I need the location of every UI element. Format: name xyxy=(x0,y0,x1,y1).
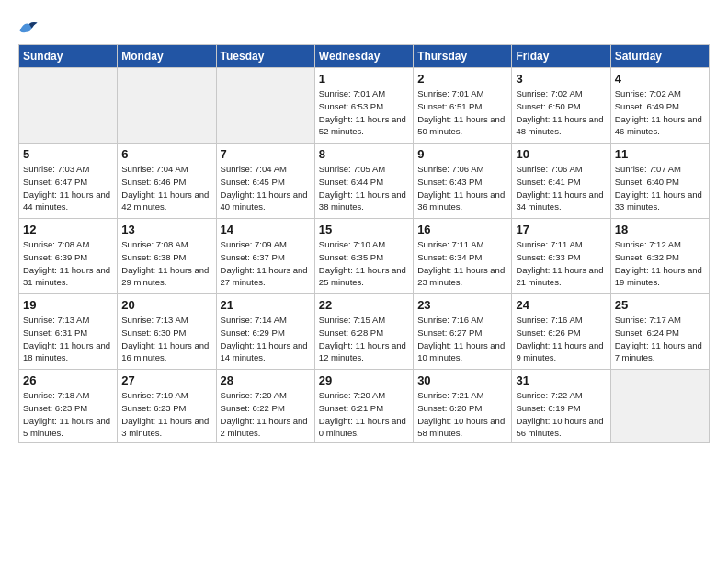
day-info: Sunrise: 7:04 AMSunset: 6:45 PMDaylight:… xyxy=(221,163,311,213)
calendar-cell: 3 Sunrise: 7:02 AMSunset: 6:50 PMDayligh… xyxy=(512,68,610,144)
day-number: 8 xyxy=(319,147,409,161)
calendar-cell: 18 Sunrise: 7:12 AMSunset: 6:32 PMDaylig… xyxy=(610,219,709,294)
calendar-cell: 27 Sunrise: 7:19 AMSunset: 6:23 PMDaylig… xyxy=(118,370,216,443)
calendar: SundayMondayTuesdayWednesdayThursdayFrid… xyxy=(18,44,710,443)
calendar-cell: 1 Sunrise: 7:01 AMSunset: 6:53 PMDayligh… xyxy=(314,68,413,144)
day-info: Sunrise: 7:14 AMSunset: 6:29 PMDaylight:… xyxy=(221,314,311,364)
day-info: Sunrise: 7:02 AMSunset: 6:50 PMDaylight:… xyxy=(516,87,606,138)
calendar-header-friday: Friday xyxy=(512,45,610,68)
calendar-cell: 26 Sunrise: 7:18 AMSunset: 6:23 PMDaylig… xyxy=(19,370,118,443)
day-number: 25 xyxy=(615,298,705,312)
day-number: 22 xyxy=(319,298,409,312)
calendar-header-sunday: Sunday xyxy=(19,45,118,68)
day-info: Sunrise: 7:11 AMSunset: 6:33 PMDaylight:… xyxy=(516,238,606,289)
calendar-cell: 20 Sunrise: 7:13 AMSunset: 6:30 PMDaylig… xyxy=(118,294,216,370)
logo-bird-icon xyxy=(18,18,39,35)
calendar-cell: 31 Sunrise: 7:22 AMSunset: 6:19 PMDaylig… xyxy=(512,370,610,443)
day-number: 16 xyxy=(417,223,507,236)
day-number: 27 xyxy=(121,373,211,387)
calendar-cell: 22 Sunrise: 7:15 AMSunset: 6:28 PMDaylig… xyxy=(314,294,413,370)
calendar-cell: 17 Sunrise: 7:11 AMSunset: 6:33 PMDaylig… xyxy=(512,219,610,294)
calendar-header-thursday: Thursday xyxy=(414,45,512,68)
calendar-cell: 24 Sunrise: 7:16 AMSunset: 6:26 PMDaylig… xyxy=(512,294,610,370)
day-info: Sunrise: 7:03 AMSunset: 6:47 PMDaylight:… xyxy=(23,163,113,213)
calendar-cell: 30 Sunrise: 7:21 AMSunset: 6:20 PMDaylig… xyxy=(414,370,512,443)
day-number: 15 xyxy=(319,223,409,236)
day-info: Sunrise: 7:01 AMSunset: 6:53 PMDaylight:… xyxy=(319,87,409,138)
day-number: 29 xyxy=(319,373,409,387)
day-number: 21 xyxy=(221,298,311,312)
day-number: 9 xyxy=(417,147,507,161)
day-info: Sunrise: 7:19 AMSunset: 6:23 PMDaylight:… xyxy=(121,389,211,440)
calendar-cell: 15 Sunrise: 7:10 AMSunset: 6:35 PMDaylig… xyxy=(314,219,413,294)
header xyxy=(18,17,710,37)
calendar-header-wednesday: Wednesday xyxy=(314,45,413,68)
day-number: 3 xyxy=(516,72,606,86)
day-info: Sunrise: 7:01 AMSunset: 6:51 PMDaylight:… xyxy=(417,87,507,138)
calendar-cell xyxy=(118,68,216,144)
calendar-cell: 7 Sunrise: 7:04 AMSunset: 6:45 PMDayligh… xyxy=(216,144,314,219)
calendar-week-0: 1 Sunrise: 7:01 AMSunset: 6:53 PMDayligh… xyxy=(19,68,710,144)
day-info: Sunrise: 7:17 AMSunset: 6:24 PMDaylight:… xyxy=(615,314,705,364)
day-number: 4 xyxy=(615,72,705,86)
day-info: Sunrise: 7:13 AMSunset: 6:30 PMDaylight:… xyxy=(121,314,211,364)
day-number: 5 xyxy=(23,147,113,161)
day-info: Sunrise: 7:20 AMSunset: 6:21 PMDaylight:… xyxy=(319,389,409,440)
day-info: Sunrise: 7:13 AMSunset: 6:31 PMDaylight:… xyxy=(23,314,113,364)
day-number: 28 xyxy=(221,373,311,387)
calendar-cell: 8 Sunrise: 7:05 AMSunset: 6:44 PMDayligh… xyxy=(314,144,413,219)
day-info: Sunrise: 7:16 AMSunset: 6:26 PMDaylight:… xyxy=(516,314,606,364)
calendar-cell: 2 Sunrise: 7:01 AMSunset: 6:51 PMDayligh… xyxy=(414,68,512,144)
day-number: 24 xyxy=(516,298,606,312)
day-info: Sunrise: 7:08 AMSunset: 6:39 PMDaylight:… xyxy=(23,238,113,289)
day-info: Sunrise: 7:12 AMSunset: 6:32 PMDaylight:… xyxy=(615,238,705,289)
day-number: 14 xyxy=(221,223,311,236)
day-info: Sunrise: 7:15 AMSunset: 6:28 PMDaylight:… xyxy=(319,314,409,364)
calendar-cell: 4 Sunrise: 7:02 AMSunset: 6:49 PMDayligh… xyxy=(610,68,709,144)
day-number: 26 xyxy=(23,373,113,387)
day-info: Sunrise: 7:02 AMSunset: 6:49 PMDaylight:… xyxy=(615,87,705,138)
day-number: 7 xyxy=(221,147,311,161)
day-number: 17 xyxy=(516,223,606,236)
calendar-cell: 28 Sunrise: 7:20 AMSunset: 6:22 PMDaylig… xyxy=(216,370,314,443)
calendar-cell: 6 Sunrise: 7:04 AMSunset: 6:46 PMDayligh… xyxy=(118,144,216,219)
day-number: 30 xyxy=(417,373,507,387)
day-info: Sunrise: 7:21 AMSunset: 6:20 PMDaylight:… xyxy=(417,389,507,440)
day-number: 11 xyxy=(615,147,705,161)
calendar-cell xyxy=(610,370,709,443)
calendar-header-tuesday: Tuesday xyxy=(216,45,314,68)
calendar-week-2: 12 Sunrise: 7:08 AMSunset: 6:39 PMDaylig… xyxy=(19,219,710,294)
day-info: Sunrise: 7:05 AMSunset: 6:44 PMDaylight:… xyxy=(319,163,409,213)
day-info: Sunrise: 7:18 AMSunset: 6:23 PMDaylight:… xyxy=(23,389,113,440)
calendar-week-3: 19 Sunrise: 7:13 AMSunset: 6:31 PMDaylig… xyxy=(19,294,710,370)
calendar-cell: 9 Sunrise: 7:06 AMSunset: 6:43 PMDayligh… xyxy=(414,144,512,219)
day-info: Sunrise: 7:06 AMSunset: 6:43 PMDaylight:… xyxy=(417,163,507,213)
day-info: Sunrise: 7:22 AMSunset: 6:19 PMDaylight:… xyxy=(516,389,606,440)
day-info: Sunrise: 7:06 AMSunset: 6:41 PMDaylight:… xyxy=(516,163,606,213)
calendar-cell: 11 Sunrise: 7:07 AMSunset: 6:40 PMDaylig… xyxy=(610,144,709,219)
calendar-cell: 19 Sunrise: 7:13 AMSunset: 6:31 PMDaylig… xyxy=(19,294,118,370)
day-number: 31 xyxy=(516,373,606,387)
day-number: 12 xyxy=(23,223,113,236)
day-number: 2 xyxy=(417,72,507,86)
day-number: 23 xyxy=(417,298,507,312)
calendar-cell: 29 Sunrise: 7:20 AMSunset: 6:21 PMDaylig… xyxy=(314,370,413,443)
day-number: 19 xyxy=(23,298,113,312)
day-info: Sunrise: 7:08 AMSunset: 6:38 PMDaylight:… xyxy=(121,238,211,289)
calendar-cell: 25 Sunrise: 7:17 AMSunset: 6:24 PMDaylig… xyxy=(610,294,709,370)
calendar-header-row: SundayMondayTuesdayWednesdayThursdayFrid… xyxy=(19,45,710,68)
calendar-cell: 23 Sunrise: 7:16 AMSunset: 6:27 PMDaylig… xyxy=(414,294,512,370)
day-number: 20 xyxy=(121,298,211,312)
calendar-cell: 16 Sunrise: 7:11 AMSunset: 6:34 PMDaylig… xyxy=(414,219,512,294)
calendar-cell xyxy=(19,68,118,144)
day-info: Sunrise: 7:16 AMSunset: 6:27 PMDaylight:… xyxy=(417,314,507,364)
logo xyxy=(18,17,50,37)
page: SundayMondayTuesdayWednesdayThursdayFrid… xyxy=(0,0,728,563)
day-number: 6 xyxy=(121,147,211,161)
day-info: Sunrise: 7:11 AMSunset: 6:34 PMDaylight:… xyxy=(417,238,507,289)
calendar-cell: 12 Sunrise: 7:08 AMSunset: 6:39 PMDaylig… xyxy=(19,219,118,294)
day-info: Sunrise: 7:20 AMSunset: 6:22 PMDaylight:… xyxy=(221,389,311,440)
calendar-header-saturday: Saturday xyxy=(610,45,709,68)
day-info: Sunrise: 7:04 AMSunset: 6:46 PMDaylight:… xyxy=(121,163,211,213)
calendar-week-4: 26 Sunrise: 7:18 AMSunset: 6:23 PMDaylig… xyxy=(19,370,710,443)
